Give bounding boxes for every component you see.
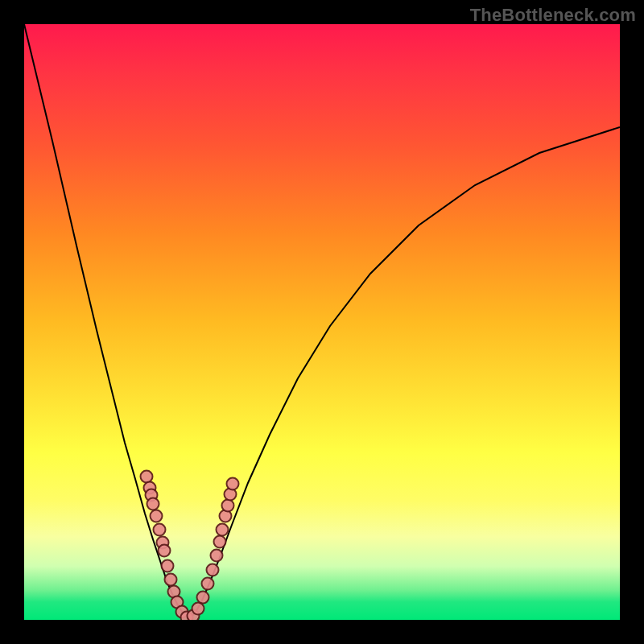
data-point [227,478,239,490]
curve-layer [24,24,620,620]
watermark-text: TheBottleneck.com [470,5,636,26]
data-point [214,536,226,548]
data-point [147,498,159,510]
data-point [165,574,177,586]
chart-frame: TheBottleneck.com [0,0,644,644]
data-point [217,524,229,536]
plot-area [24,24,620,620]
data-point [197,592,209,604]
data-point [192,603,204,615]
data-point [207,564,219,576]
data-point [154,524,166,536]
data-point [162,560,174,572]
data-point [211,550,223,562]
data-point [151,510,163,522]
data-point [202,578,214,590]
data-point [159,545,171,557]
data-point [222,500,234,512]
data-point [141,471,153,483]
right-curve [189,127,620,618]
